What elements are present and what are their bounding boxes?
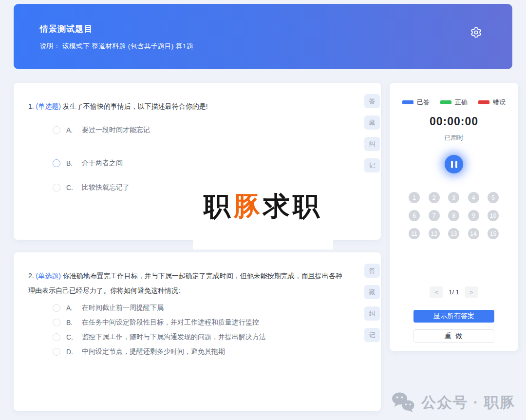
answer-sheet-panel: 已答 正确 错误 00:00:00 已用时 123456789101112131…	[390, 83, 518, 351]
option-text: 介于两者之间	[82, 159, 123, 168]
option-letter: D.	[66, 348, 82, 356]
option-letter: B.	[66, 319, 82, 326]
option-text: 监控下属工作，随时与下属沟通发现的问题，并提出解决方法	[82, 333, 266, 342]
question-1-title: 1. (单选题) 发生了不愉快的事情后，以下描述最符合你的是!	[14, 83, 381, 114]
logo-character: 职	[204, 191, 233, 222]
legend-item: 正确	[440, 98, 468, 107]
question-1-number: 1.	[28, 102, 34, 110]
radio-button[interactable]	[53, 348, 60, 356]
legend-color-swatch	[440, 100, 451, 104]
tab-correct[interactable]: 纠	[364, 137, 380, 151]
pagination: < 1/ 1 >	[390, 286, 518, 298]
wechat-watermark: 公众号 · 职豚	[391, 392, 515, 413]
tab-note[interactable]: 记	[364, 328, 380, 342]
option-text: 比较快就忘记了	[82, 183, 130, 192]
timer-label: 已用时	[390, 134, 518, 142]
status-legend: 已答 正确 错误	[390, 83, 518, 107]
option-letter: C.	[66, 184, 82, 191]
question-2-text: 你准确地布置完工作目标，并与下属一起确定了完成时间，但他未能按期完成，而且提出各…	[28, 272, 342, 294]
header-banner: 情景测试题目 说明： 该模式下 整道材料题 (包含其子题目) 算1题	[14, 4, 512, 69]
question-2-title: 2. (单选题) 你准确地布置完工作目标，并与下属一起确定了完成时间，但他未能按…	[14, 252, 381, 298]
question-number-circle[interactable]: 9	[468, 210, 479, 221]
option-text: 中间设定节点，提醒还剩多少时间，避免其拖期	[82, 347, 225, 356]
legend-color-swatch	[402, 100, 413, 104]
logo-character: 求	[263, 191, 293, 222]
question-number-circle[interactable]: 4	[468, 192, 479, 203]
option-row-2b[interactable]: B. 在任务中间设定阶段性目标，并对工作进程和质量进行监控	[53, 318, 381, 327]
question-1-text: 发生了不愉快的事情后，以下描述最符合你的是!	[63, 102, 208, 110]
wechat-icon	[391, 392, 415, 413]
legend-label: 正确	[455, 98, 468, 107]
elapsed-timer: 00:00:00	[390, 115, 518, 128]
wechat-watermark-text: 公众号 · 职豚	[421, 393, 515, 413]
redo-button[interactable]: 重 做	[413, 329, 494, 343]
next-page-button[interactable]: >	[465, 286, 478, 298]
pause-icon	[455, 161, 457, 168]
legend-item: 已答	[402, 98, 430, 107]
show-all-answers-button[interactable]: 显示所有答案	[413, 310, 494, 323]
zhitun-logo-text: 职豚求职	[204, 193, 322, 220]
tab-collect[interactable]: 藏	[364, 285, 380, 299]
radio-button[interactable]	[53, 333, 60, 341]
question-card-2: 2. (单选题) 你准确地布置完工作目标，并与下属一起确定了完成时间，但他未能按…	[14, 252, 381, 411]
option-row-2d[interactable]: D. 中间设定节点，提醒还剩多少时间，避免其拖期	[53, 347, 381, 356]
prev-page-button[interactable]: <	[430, 286, 443, 298]
question-number-circle[interactable]: 15	[488, 228, 499, 239]
option-text: 在任务中间设定阶段性目标，并对工作进程和质量进行监控	[82, 318, 259, 327]
question-number-circle[interactable]: 13	[448, 228, 459, 239]
question-number-grid: 123456789101112131415	[409, 192, 499, 239]
legend-color-swatch	[478, 100, 489, 104]
radio-button[interactable]	[53, 184, 60, 191]
option-letter: A.	[66, 126, 82, 134]
settings-gear-icon[interactable]	[470, 26, 482, 38]
option-letter: C.	[66, 333, 82, 341]
tab-correct[interactable]: 纠	[364, 306, 380, 321]
question-number-circle[interactable]: 12	[429, 228, 440, 239]
question-number-circle[interactable]: 1	[409, 192, 420, 203]
question-2-type-tag: (单选题)	[36, 272, 61, 280]
tab-collect[interactable]: 藏	[364, 115, 380, 130]
option-text: 在时间截止前一周提醒下属	[82, 304, 164, 312]
card-2-action-tabs: 答 藏 纠 记	[364, 264, 380, 349]
option-letter: A.	[66, 304, 82, 312]
pause-button[interactable]	[445, 155, 463, 173]
zhitun-logo-watermark: 职豚求职	[193, 190, 333, 249]
radio-button[interactable]	[53, 319, 60, 326]
logo-character: 职	[293, 191, 322, 222]
option-row-2a[interactable]: A. 在时间截止前一周提醒下属	[53, 304, 381, 312]
question-number-circle[interactable]: 5	[488, 192, 499, 203]
question-number-circle[interactable]: 2	[429, 192, 440, 203]
tab-answer[interactable]: 答	[364, 264, 380, 278]
option-row-2c[interactable]: C. 监控下属工作，随时与下属沟通发现的问题，并提出解决方法	[53, 333, 381, 342]
question-number-circle[interactable]: 11	[409, 228, 420, 239]
header-description: 说明： 该模式下 整道材料题 (包含其子题目) 算1题	[40, 42, 193, 51]
option-row-1a[interactable]: A. 要过一段时间才能忘记	[53, 126, 381, 134]
radio-button[interactable]	[53, 126, 60, 134]
question-2-number: 2.	[28, 272, 34, 280]
question-2-options: A. 在时间截止前一周提醒下属 B. 在任务中间设定阶段性目标，并对工作进程和质…	[14, 304, 381, 356]
option-row-1b[interactable]: B. 介于两者之间	[53, 159, 381, 168]
logo-character: 豚	[233, 191, 263, 222]
option-letter: B.	[66, 159, 82, 167]
page-indicator: 1/ 1	[449, 288, 459, 296]
legend-label: 错误	[493, 98, 506, 107]
tab-answer[interactable]: 答	[364, 94, 380, 108]
option-text: 要过一段时间才能忘记	[82, 126, 150, 134]
tab-note[interactable]: 记	[364, 158, 380, 172]
legend-label: 已答	[417, 98, 430, 107]
question-number-circle[interactable]: 10	[488, 210, 499, 221]
pause-icon	[451, 161, 453, 168]
radio-button[interactable]	[53, 159, 60, 167]
question-number-circle[interactable]: 3	[448, 192, 459, 203]
legend-item: 错误	[478, 98, 506, 107]
question-1-type-tag: (单选题)	[36, 102, 61, 110]
page: 情景测试题目 说明： 该模式下 整道材料题 (包含其子题目) 算1题 1. (单…	[0, 0, 526, 420]
card-1-action-tabs: 答 藏 纠 记	[364, 94, 380, 180]
question-number-circle[interactable]: 8	[448, 210, 459, 221]
question-number-circle[interactable]: 14	[468, 228, 479, 239]
page-title: 情景测试题目	[40, 23, 93, 35]
radio-button[interactable]	[53, 304, 60, 312]
question-number-circle[interactable]: 7	[429, 210, 440, 221]
question-number-circle[interactable]: 6	[409, 210, 420, 221]
